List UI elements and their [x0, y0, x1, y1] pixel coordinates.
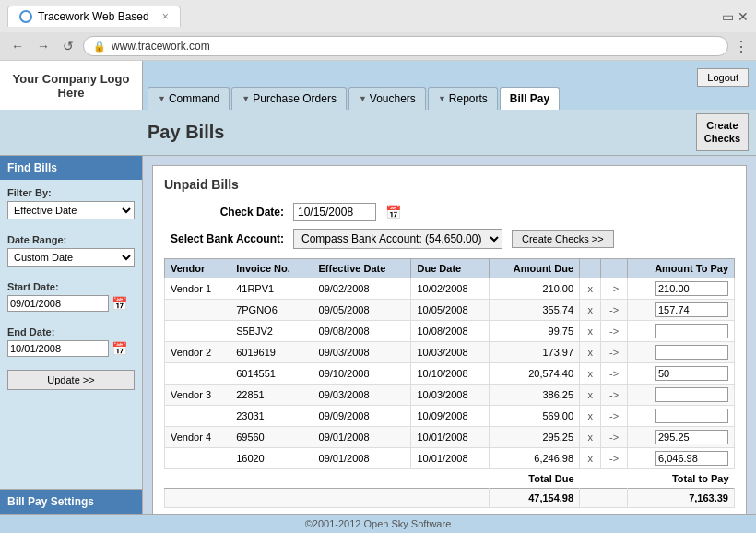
- amount-to-pay-input[interactable]: [655, 409, 728, 423]
- col-x: [580, 258, 601, 278]
- close-button[interactable]: ✕: [738, 9, 749, 24]
- unpaid-bills-title: Unpaid Bills: [164, 177, 735, 192]
- nav-tab-bill-pay[interactable]: Bill Pay: [500, 87, 560, 110]
- back-button[interactable]: ←: [7, 37, 28, 55]
- nav-tab-purchase-orders[interactable]: ▼ Purchase Orders: [231, 87, 347, 110]
- cell-x[interactable]: x: [580, 278, 601, 299]
- create-checks-button[interactable]: CreateChecks: [696, 113, 749, 151]
- total-due-label: Total Due: [490, 468, 580, 488]
- nav-tab-vouchers[interactable]: ▼ Vouchers: [348, 87, 426, 110]
- cell-amount-due: 355.74: [490, 299, 580, 320]
- address-bar[interactable]: 🔒 www.tracework.com: [83, 36, 728, 56]
- cell-arrow: ->: [601, 320, 628, 341]
- cell-arrow: ->: [601, 447, 628, 468]
- cell-x[interactable]: x: [580, 299, 601, 320]
- browser-menu-button[interactable]: ⋮: [734, 38, 749, 55]
- tab-close-icon[interactable]: ×: [162, 10, 169, 23]
- end-date-label: End Date:: [7, 326, 135, 338]
- cell-vendor: [165, 362, 230, 384]
- col-arrow: [601, 258, 628, 278]
- minimize-button[interactable]: —: [705, 9, 718, 24]
- amount-to-pay-input[interactable]: [655, 345, 728, 360]
- forward-button[interactable]: →: [33, 37, 53, 55]
- cell-arrow: ->: [601, 299, 628, 320]
- logout-button[interactable]: Logout: [697, 68, 749, 87]
- amount-to-pay-input[interactable]: [655, 387, 728, 402]
- cell-x[interactable]: x: [580, 405, 601, 426]
- cell-invoice: 22851: [230, 384, 313, 405]
- filter-select[interactable]: Effective Date: [7, 201, 135, 219]
- lock-icon: 🔒: [93, 41, 106, 53]
- cell-vendor: [165, 447, 230, 468]
- cell-due: 10/01/2008: [411, 447, 490, 468]
- refresh-button[interactable]: ↺: [59, 37, 77, 55]
- header-right: Logout ▼ Command ▼ Purchase Orders ▼ Vou…: [143, 61, 756, 110]
- date-range-select[interactable]: Custom Date: [7, 248, 135, 266]
- bank-account-row: Select Bank Account: Compass Bank Accoun…: [164, 229, 735, 249]
- cell-amount-to-pay: [627, 447, 734, 468]
- col-amount-due: Amount Due: [490, 258, 580, 278]
- cell-arrow: ->: [601, 405, 628, 426]
- table-row: Vendor 4 69560 09/01/2008 10/01/2008 295…: [165, 426, 735, 447]
- amount-to-pay-input[interactable]: [655, 366, 728, 381]
- cell-effective: 09/03/2008: [313, 384, 411, 405]
- col-due: Due Date: [411, 258, 490, 278]
- footer-text: ©2001-2012 Open Sky Software: [305, 518, 452, 529]
- reports-dropdown-icon: ▼: [438, 94, 446, 103]
- end-date-input[interactable]: [7, 340, 109, 357]
- cell-effective: 09/02/2008: [313, 278, 411, 299]
- amount-to-pay-input[interactable]: [655, 324, 728, 338]
- create-checks-button-2[interactable]: Create Checks >>: [512, 230, 614, 248]
- table-row: 6014551 09/10/2008 10/10/2008 20,574.40 …: [165, 362, 735, 384]
- amount-to-pay-input[interactable]: [655, 281, 728, 296]
- cell-amount-due: 569.00: [490, 405, 580, 426]
- nav-tab-command[interactable]: ▼ Command: [148, 87, 230, 110]
- cell-amount-to-pay: [627, 320, 734, 341]
- cell-invoice: 69560: [230, 426, 313, 447]
- cell-vendor: [165, 320, 230, 341]
- nav-tab-reports[interactable]: ▼ Reports: [428, 87, 498, 110]
- cell-vendor: Vendor 2: [165, 341, 230, 362]
- vouchers-tab-label: Vouchers: [370, 92, 416, 105]
- cell-x[interactable]: x: [580, 362, 601, 384]
- browser-controls: ← → ↺ 🔒 www.tracework.com ⋮: [0, 32, 756, 60]
- update-button[interactable]: Update >>: [7, 370, 135, 390]
- cell-amount-to-pay: [627, 405, 734, 426]
- cell-amount-to-pay: [627, 341, 734, 362]
- cell-x[interactable]: x: [580, 426, 601, 447]
- col-effective: Effective Date: [313, 258, 411, 278]
- start-date-input[interactable]: [7, 295, 109, 312]
- cell-invoice: 6014551: [230, 362, 313, 384]
- cell-vendor: [165, 405, 230, 426]
- window-controls: — ▭ ✕: [705, 9, 749, 24]
- cell-x[interactable]: x: [580, 384, 601, 405]
- browser-tab[interactable]: Tracework Web Based ×: [7, 6, 181, 27]
- amount-to-pay-input[interactable]: [655, 430, 728, 444]
- cell-invoice: 16020: [230, 447, 313, 468]
- cell-amount-due: 20,574.40: [490, 362, 580, 384]
- main-layout: Find Bills Filter By: Effective Date Dat…: [0, 156, 756, 533]
- check-date-calendar-icon[interactable]: 📅: [385, 205, 401, 219]
- billpay-tab-label: Bill Pay: [510, 92, 549, 105]
- cell-due: 10/09/2008: [411, 405, 490, 426]
- check-date-input[interactable]: [293, 203, 376, 221]
- cell-arrow: ->: [601, 426, 628, 447]
- start-date-calendar-icon[interactable]: 📅: [112, 296, 127, 311]
- maximize-button[interactable]: ▭: [722, 9, 734, 24]
- unpaid-bills-box: Unpaid Bills Check Date: 📅 Select Bank A…: [152, 165, 747, 520]
- col-invoice: Invoice No.: [230, 258, 313, 278]
- end-date-calendar-icon[interactable]: 📅: [112, 341, 127, 356]
- cell-arrow: ->: [601, 341, 628, 362]
- table-row: 7PGNO6 09/05/2008 10/05/2008 355.74 x ->: [165, 299, 735, 320]
- amount-to-pay-input[interactable]: [655, 302, 728, 317]
- cell-x[interactable]: x: [580, 447, 601, 468]
- amount-to-pay-input[interactable]: [655, 451, 728, 466]
- bank-account-select[interactable]: Compass Bank Account: (54,650.00): [293, 229, 502, 249]
- cell-amount-to-pay: [627, 384, 734, 405]
- cell-amount-due: 210.00: [490, 278, 580, 299]
- cell-effective: 09/05/2008: [313, 299, 411, 320]
- table-row: Vendor 1 41RPV1 09/02/2008 10/02/2008 21…: [165, 278, 735, 299]
- cell-x[interactable]: x: [580, 341, 601, 362]
- check-date-row: Check Date: 📅: [164, 203, 735, 221]
- cell-x[interactable]: x: [580, 320, 601, 341]
